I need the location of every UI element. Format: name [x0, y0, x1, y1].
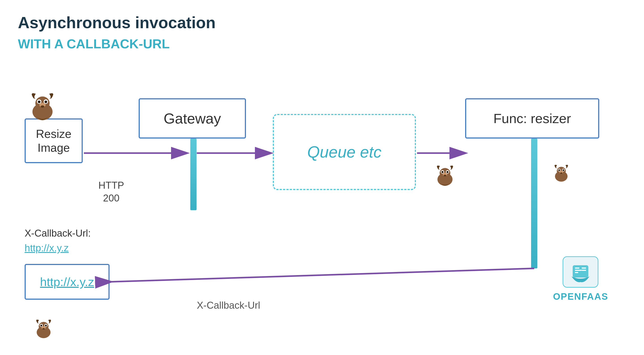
openfaas-logo: OPENFAAS	[553, 256, 608, 302]
slide-subtitle: WITH A CALLBACK-URL	[18, 36, 626, 51]
svg-rect-36	[575, 267, 580, 269]
openfaas-text: OPENFAAS	[553, 291, 608, 302]
svg-point-15	[442, 171, 444, 173]
xcallback-label-text: X-Callback-Url:	[24, 228, 91, 239]
squirrel-main	[24, 87, 60, 127]
func-label: Func: resizer	[494, 111, 571, 126]
svg-rect-39	[582, 267, 586, 269]
gateway-label: Gateway	[164, 110, 221, 127]
queue-label: Queue etc	[307, 143, 382, 161]
queue-box: Queue etc	[273, 114, 416, 190]
squirrel-bottom	[31, 315, 56, 344]
openfaas-open: OPEN	[553, 291, 582, 302]
svg-point-16	[446, 171, 448, 173]
svg-rect-35	[573, 265, 588, 277]
xcallback-bottom-label: X-Callback-Url	[197, 300, 260, 311]
xcallback-url-text: http://x.y.z	[24, 242, 69, 253]
http-text: HTTP200	[98, 180, 124, 203]
svg-point-31	[40, 324, 42, 326]
func-vbar	[531, 139, 537, 268]
diagram: ResizeImage Gateway Queue etc Func: resi…	[18, 69, 626, 315]
squirrel-right	[550, 161, 572, 186]
xcallback-top-label: X-Callback-Url: http://x.y.z	[24, 226, 91, 255]
callback-url-link: http://x.y.z	[40, 275, 94, 289]
openfaas-faas: FAAS	[582, 291, 608, 302]
squirrel-mid	[432, 161, 458, 192]
svg-rect-40	[582, 270, 586, 271]
gateway-box: Gateway	[139, 98, 246, 139]
slide: Asynchronous invocation WITH A CALLBACK-…	[0, 0, 644, 355]
svg-point-18	[444, 175, 446, 177]
openfaas-icon	[562, 256, 598, 288]
svg-point-23	[558, 169, 560, 171]
slide-title: Asynchronous invocation	[18, 14, 626, 32]
arrow-func-to-callback	[111, 268, 534, 282]
svg-point-10	[41, 105, 44, 108]
gateway-vbar	[190, 139, 196, 210]
svg-rect-37	[575, 270, 582, 271]
svg-point-34	[42, 328, 45, 329]
svg-point-24	[562, 169, 564, 171]
func-resizer-box: Func: resizer	[465, 98, 599, 139]
svg-point-32	[45, 324, 47, 326]
svg-point-26	[560, 172, 562, 174]
svg-point-7	[38, 101, 40, 103]
http-label: HTTP200	[98, 179, 124, 204]
svg-point-8	[44, 101, 47, 103]
callback-url-box: http://x.y.z	[24, 264, 110, 300]
resize-image-label: ResizeImage	[36, 127, 72, 155]
svg-rect-38	[575, 272, 578, 273]
